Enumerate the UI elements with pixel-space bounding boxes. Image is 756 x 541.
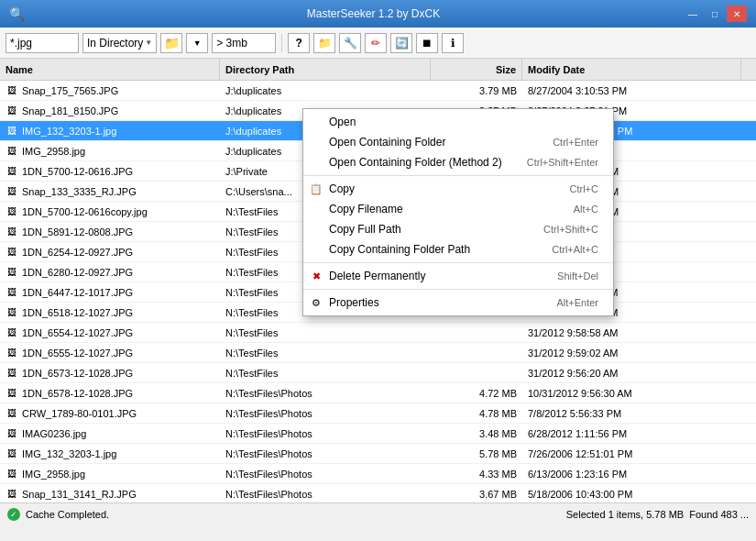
table-row[interactable]: 🖼 1DN_6554-12-1027.JPG N:\TestFiles 31/2… xyxy=(0,323,756,343)
properties-icon: ⚙ xyxy=(309,295,323,310)
file-dir-cell: N:\TestFiles\Photos xyxy=(220,428,431,439)
file-name-cell: 🖼 CRW_1789-80-0101.JPG xyxy=(0,407,220,420)
file-icon: 🖼 xyxy=(5,427,18,440)
context-copy[interactable]: 📋 Copy Ctrl+C xyxy=(303,179,613,199)
directory-label: In Directory xyxy=(87,37,143,50)
title-bar: 🔍 MasterSeeker 1.2 by DxCK — □ ✕ xyxy=(0,0,756,28)
minimize-button[interactable]: — xyxy=(683,6,703,22)
table-row[interactable]: 🖼 IMG_132_3203-1.jpg N:\TestFiles\Photos… xyxy=(0,444,756,464)
size-filter-input[interactable] xyxy=(212,33,276,53)
file-date-cell: 7/8/2012 5:56:33 PM xyxy=(522,408,756,419)
file-filter-input[interactable] xyxy=(5,33,79,53)
file-icon: 🖼 xyxy=(5,105,18,117)
context-copy-full-path[interactable]: Copy Full Path Ctrl+Shift+C xyxy=(303,219,613,239)
file-icon: 🖼 xyxy=(5,447,18,460)
file-name-cell: 🖼 IMG_2958.jpg xyxy=(0,468,220,480)
file-name: 1DN_5891-12-0808.JPG xyxy=(22,226,133,237)
table-row[interactable]: 🖼 IMAG0236.jpg N:\TestFiles\Photos 3.48 … xyxy=(0,424,756,444)
edit-button[interactable]: ✏ xyxy=(365,33,387,53)
file-name-cell: 🖼 1DN_6254-12-0927.JPG xyxy=(0,246,220,259)
file-icon: 🖼 xyxy=(5,407,18,420)
file-name-cell: 🖼 1DN_6573-12-1028.JPG xyxy=(0,367,220,380)
file-icon: 🖼 xyxy=(5,266,18,279)
column-directory[interactable]: Directory Path xyxy=(220,59,431,80)
table-row[interactable]: 🖼 IMG_2958.jpg N:\TestFiles\Photos 4.33 … xyxy=(0,464,756,484)
window-title: MasterSeeker 1.2 by DxCK xyxy=(64,7,683,20)
title-controls: — □ ✕ xyxy=(683,6,747,22)
file-name: CRW_1789-80-0101.JPG xyxy=(22,408,137,419)
file-date-cell: 31/2012 9:58:58 AM xyxy=(522,327,756,338)
file-date-cell: 5/18/2006 10:43:00 PM xyxy=(522,489,756,500)
dropdown-arrow-icon: ▼ xyxy=(145,39,152,47)
close-button[interactable]: ✕ xyxy=(727,6,747,22)
file-size-cell: 4.78 MB xyxy=(431,408,522,419)
file-size-cell: 5.78 MB xyxy=(431,448,522,459)
column-date[interactable]: Modify Date xyxy=(522,59,741,80)
context-open-folder2[interactable]: Open Containing Folder (Method 2) Ctrl+S… xyxy=(303,152,613,172)
file-size-cell: 3.48 MB xyxy=(431,428,522,439)
dropdown-btn[interactable]: ▼ xyxy=(186,33,208,53)
file-name: 1DN_6254-12-0927.JPG xyxy=(22,247,133,258)
info-button[interactable]: ℹ xyxy=(442,33,464,53)
directory-dropdown[interactable]: In Directory ▼ xyxy=(82,33,157,53)
file-name: Snap_133_3335_RJ.JPG xyxy=(22,186,137,197)
browse-folder-button[interactable]: 📁 xyxy=(160,33,182,53)
status-bar: ✓ Cache Completed. Selected 1 items, 5.7… xyxy=(0,502,756,524)
file-name-cell: 🖼 1DN_5700-12-0616.JPG xyxy=(0,165,220,178)
file-icon: 🖼 xyxy=(5,246,18,259)
file-name: 1DN_6280-12-0927.JPG xyxy=(22,267,133,278)
file-name: 1DN_5700-12-0616.JPG xyxy=(22,166,133,177)
file-size-cell: 3.79 MB xyxy=(431,85,522,96)
context-open-folder[interactable]: Open Containing Folder Ctrl+Enter xyxy=(303,132,613,152)
file-icon: 🖼 xyxy=(5,145,18,158)
file-name: IMG_132_3203-1.jpg xyxy=(22,126,116,137)
file-date-cell: 7/26/2006 12:51:01 PM xyxy=(522,448,756,459)
file-icon: 🖼 xyxy=(5,387,18,400)
table-row[interactable]: 🖼 1DN_6573-12-1028.JPG N:\TestFiles 31/2… xyxy=(0,363,756,383)
file-name-cell: 🖼 1DN_5700-12-0616copy.jpg xyxy=(0,205,220,218)
file-dir-cell: J:\duplicates xyxy=(220,85,431,96)
stop-button[interactable]: ⏹ xyxy=(416,33,438,53)
file-icon: 🖼 xyxy=(5,84,18,97)
file-name-cell: 🖼 IMG_132_3203-1.jpg xyxy=(0,125,220,138)
context-delete[interactable]: ✖ Delete Permanently Shift+Del xyxy=(303,266,613,286)
table-row[interactable]: 🖼 1DN_6578-12-1028.JPG N:\TestFiles\Phot… xyxy=(0,383,756,403)
file-dir-cell: N:\TestFiles\Photos xyxy=(220,489,431,500)
context-copy-filename[interactable]: Copy Filename Alt+C xyxy=(303,199,613,219)
table-row[interactable]: 🖼 Snap_175_7565.JPG J:\duplicates 3.79 M… xyxy=(0,81,756,101)
file-name-cell: 🖼 IMAG0236.jpg xyxy=(0,427,220,440)
toolbar: In Directory ▼ 📁 ▼ ? 📁 🔧 ✏ 🔄 ⏹ ℹ xyxy=(0,28,756,59)
file-name: 1DN_6578-12-1028.JPG xyxy=(22,388,133,399)
table-row[interactable]: 🖼 1DN_6555-12-1027.JPG N:\TestFiles 31/2… xyxy=(0,343,756,363)
file-name-cell: 🖼 Snap_131_3141_RJ.JPG xyxy=(0,488,220,501)
file-name: 1DN_6447-12-1017.JPG xyxy=(22,287,133,298)
context-menu[interactable]: Open Open Containing Folder Ctrl+Enter O… xyxy=(302,108,614,316)
context-separator-2 xyxy=(303,262,613,263)
help-button[interactable]: ? xyxy=(288,33,310,53)
file-name: IMAG0236.jpg xyxy=(22,428,86,439)
file-name: 1DN_6518-12-1027.JPG xyxy=(22,307,133,318)
table-row[interactable]: 🖼 Snap_131_3141_RJ.JPG N:\TestFiles\Phot… xyxy=(0,484,756,502)
file-date-cell: 6/13/2006 1:23:16 PM xyxy=(522,469,756,480)
file-icon: 🖼 xyxy=(5,125,18,138)
context-copy-folder-path[interactable]: Copy Containing Folder Path Ctrl+Alt+C xyxy=(303,239,613,259)
file-name-cell: 🖼 1DN_6555-12-1027.JPG xyxy=(0,347,220,359)
file-icon: 🖼 xyxy=(5,165,18,178)
settings-button[interactable]: 🔧 xyxy=(339,33,361,53)
file-icon: 🖼 xyxy=(5,306,18,319)
folder-button[interactable]: 📁 xyxy=(313,33,335,53)
context-separator-3 xyxy=(303,289,613,290)
file-name: 1DN_6573-12-1028.JPG xyxy=(22,368,133,379)
file-date-cell: 8/27/2004 3:10:53 PM xyxy=(522,85,756,96)
file-icon: 🖼 xyxy=(5,326,18,339)
column-name[interactable]: Name xyxy=(0,59,220,80)
maximize-button[interactable]: □ xyxy=(705,6,725,22)
file-size-cell: 4.33 MB xyxy=(431,469,522,480)
column-size[interactable]: Size xyxy=(431,59,522,80)
table-row[interactable]: 🖼 CRW_1789-80-0101.JPG N:\TestFiles\Phot… xyxy=(0,403,756,424)
cache-status-icon: ✓ xyxy=(7,508,20,521)
context-open[interactable]: Open xyxy=(303,112,613,132)
context-properties[interactable]: ⚙ Properties Alt+Enter xyxy=(303,293,613,313)
delete-icon: ✖ xyxy=(309,269,323,283)
refresh-button[interactable]: 🔄 xyxy=(390,33,412,53)
